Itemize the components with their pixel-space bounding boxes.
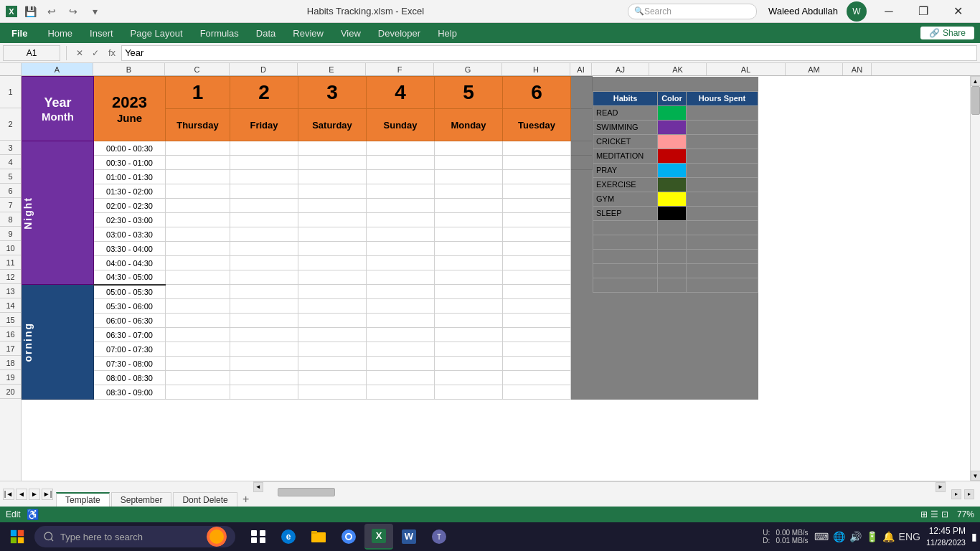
day-6-cell[interactable]: 6	[503, 77, 571, 109]
horizontal-scrollbar[interactable]: ◄ ►	[253, 481, 946, 491]
time-slot-18[interactable]: 07:30 - 08:00	[94, 357, 166, 371]
habit-hours-read[interactable]	[687, 105, 758, 120]
data-tab[interactable]: Data	[248, 23, 284, 43]
habit-name-pray[interactable]: PRAY	[593, 163, 658, 177]
time-slot-3[interactable]: 00:00 - 00:30	[94, 141, 166, 156]
time-slot-15[interactable]: 06:00 - 06:30	[94, 314, 166, 328]
page-layout-tab[interactable]: Page Layout	[122, 23, 192, 43]
save-quick-btn[interactable]: 💾	[22, 3, 39, 20]
habit-name-gym[interactable]: GYM	[593, 192, 658, 206]
name-box[interactable]: A1	[3, 45, 60, 61]
formula-input[interactable]	[121, 45, 977, 61]
hscroll-right-btn[interactable]: ►	[936, 482, 946, 492]
col-header-d[interactable]: D	[230, 63, 298, 75]
habit-hours-cricket[interactable]	[687, 134, 758, 149]
tab-first-btn[interactable]: |◄	[3, 489, 14, 500]
day-3-cell[interactable]: 3	[298, 77, 367, 109]
restore-btn[interactable]: ❐	[907, 0, 940, 23]
habit-hours-pray[interactable]	[687, 163, 758, 177]
habit-hours-meditation[interactable]	[687, 149, 758, 163]
file-tab[interactable]: File	[0, 23, 39, 43]
redo-btn[interactable]: ↪	[65, 3, 82, 20]
system-clock[interactable]: 12:45 PM 11/28/2023	[926, 525, 966, 548]
time-slot-12[interactable]: 04:30 - 05:00	[94, 270, 166, 285]
volume-icon[interactable]: 🔊	[849, 531, 862, 542]
tab-prev-btn[interactable]: ◄	[16, 489, 27, 500]
habit-name-read[interactable]: READ	[593, 105, 658, 120]
tab-next-btn[interactable]: ►	[29, 489, 40, 500]
scroll-extra-btn-1[interactable]: ▸	[951, 489, 961, 499]
year-label-cell[interactable]: Year Month	[22, 77, 94, 141]
globe-taskbar-icon[interactable]: T	[425, 524, 453, 550]
start-button[interactable]	[3, 524, 32, 550]
col-header-c[interactable]: C	[165, 63, 230, 75]
formulas-tab[interactable]: Formulas	[192, 23, 248, 43]
habit-name-meditation[interactable]: MEDITATION	[593, 149, 658, 163]
excel-taskbar-icon[interactable]: X	[364, 524, 393, 550]
day-1-cell[interactable]: 1	[166, 77, 230, 109]
time-slot-9[interactable]: 03:00 - 03:30	[94, 227, 166, 242]
friday-cell[interactable]: Friday	[230, 109, 298, 141]
tab-last-btn[interactable]: ►|	[42, 489, 53, 500]
col-header-ak[interactable]: AK	[649, 63, 707, 75]
col-header-b[interactable]: B	[93, 63, 165, 75]
review-tab[interactable]: Review	[284, 23, 332, 43]
home-tab[interactable]: Home	[39, 23, 81, 43]
col-header-ai[interactable]: AI	[570, 63, 592, 75]
file-explorer-icon[interactable]	[304, 524, 333, 550]
thursday-cell[interactable]: Thursday	[166, 109, 230, 141]
keyboard-icon[interactable]: ⌨	[814, 531, 829, 542]
habit-hours-sleep[interactable]	[687, 206, 758, 220]
user-avatar[interactable]: W	[847, 1, 867, 22]
scroll-extra-btn-2[interactable]: ▸	[964, 489, 974, 499]
time-slot-5[interactable]: 01:00 - 01:30	[94, 170, 166, 184]
time-slot-19[interactable]: 08:00 - 08:30	[94, 371, 166, 385]
task-view-icon[interactable]	[244, 524, 273, 550]
habit-name-swimming[interactable]: SWIMMING	[593, 120, 658, 134]
sunday-cell[interactable]: Sunday	[367, 109, 435, 141]
time-slot-7[interactable]: 02:00 - 02:30	[94, 199, 166, 213]
hscroll-left-btn[interactable]: ◄	[253, 482, 263, 492]
vertical-scrollbar[interactable]: ▲ ▼	[970, 76, 980, 481]
time-slot-11[interactable]: 04:00 - 04:30	[94, 256, 166, 270]
time-slot-20[interactable]: 08:30 - 09:00	[94, 385, 166, 400]
taskbar-search[interactable]: Type here to search	[34, 526, 235, 547]
col-header-g[interactable]: G	[434, 63, 502, 75]
time-slot-16[interactable]: 06:30 - 07:00	[94, 328, 166, 342]
undo-btn[interactable]: ↩	[43, 3, 60, 20]
col-header-aj[interactable]: AJ	[592, 63, 649, 75]
more-qat-btn[interactable]: ▾	[86, 3, 103, 20]
developer-tab[interactable]: Developer	[369, 23, 429, 43]
monday-cell[interactable]: Monday	[435, 109, 503, 141]
view-tab[interactable]: View	[332, 23, 369, 43]
insert-tab[interactable]: Insert	[81, 23, 122, 43]
edge-icon[interactable]: e	[274, 524, 303, 550]
sheet-tab-september[interactable]: September	[111, 492, 172, 507]
habit-hours-swimming[interactable]	[687, 120, 758, 134]
time-slot-17[interactable]: 07:00 - 07:30	[94, 342, 166, 357]
day-2-cell[interactable]: 2	[230, 77, 298, 109]
year-value-cell[interactable]: 2023 June	[94, 77, 166, 141]
confirm-formula-btn[interactable]: ✓	[88, 46, 103, 60]
scroll-down-btn[interactable]: ▼	[971, 471, 981, 481]
time-slot-14[interactable]: 05:30 - 06:00	[94, 299, 166, 314]
col-header-al[interactable]: AL	[707, 63, 786, 75]
hscroll-thumb[interactable]	[278, 488, 335, 496]
scroll-up-btn[interactable]: ▲	[971, 76, 981, 86]
scroll-thumb[interactable]	[971, 86, 980, 115]
day-4-cell[interactable]: 4	[367, 77, 435, 109]
chrome-icon[interactable]	[334, 524, 363, 550]
show-desktop-btn[interactable]: ▮	[971, 531, 977, 542]
minimize-btn[interactable]: ─	[872, 0, 905, 23]
time-slot-6[interactable]: 01:30 - 02:00	[94, 184, 166, 199]
help-tab[interactable]: Help	[429, 23, 466, 43]
tuesday-cell[interactable]: Tuesday	[503, 109, 571, 141]
notification-icon[interactable]: 🔔	[882, 531, 895, 542]
col-header-an[interactable]: AN	[843, 63, 872, 75]
sheet-tab-dont-delete[interactable]: Dont Delete	[173, 492, 237, 507]
col-header-h[interactable]: H	[502, 63, 570, 75]
add-sheet-button[interactable]: +	[239, 492, 253, 507]
habit-name-sleep[interactable]: SLEEP	[593, 206, 658, 220]
title-search-box[interactable]: 🔍 Search	[628, 4, 757, 19]
col-header-a[interactable]: A	[22, 63, 93, 75]
